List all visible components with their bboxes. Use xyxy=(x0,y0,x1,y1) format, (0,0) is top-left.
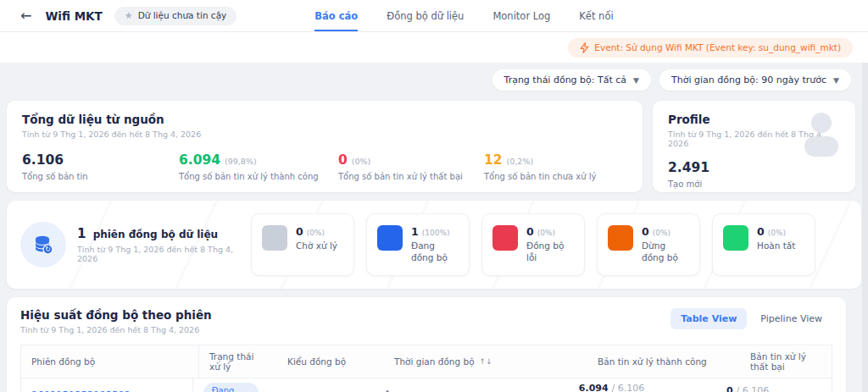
row-success-cell: 6.094 / 6.106 99,8% xyxy=(569,377,716,392)
status-card-cho-xu-ly: 0(0%) Chờ xử lý xyxy=(251,213,354,275)
tab-monitor-log[interactable]: Monitor Log xyxy=(492,0,550,31)
stat-label: Tổng số bản tin xử lý thất bại xyxy=(338,172,484,181)
source-stats: 6.106 Tổng số bản tin 6.094(99,8%) Tổng … xyxy=(22,152,627,181)
stat-percent: (0,2%) xyxy=(507,157,534,166)
source-data-card: Tổng dữ liệu từ nguồn Tính từ 9 Thg 1, 2… xyxy=(7,101,643,192)
stat-percent: (99,8%) xyxy=(225,157,257,166)
status-label: Hoàn tất xyxy=(757,240,795,252)
status-percent: (0%) xyxy=(768,229,786,237)
back-arrow-icon[interactable]: ← xyxy=(20,8,31,24)
sync-status-filter[interactable]: Trạng thái đồng bộ: Tất cả ▼ xyxy=(492,69,651,91)
svg-text:↻: ↻ xyxy=(45,245,51,253)
col-session-id: Phiên đồng bộ xyxy=(21,345,199,378)
status-percent: (0%) xyxy=(307,229,325,237)
status-label: Đồng bộ lỗi xyxy=(526,240,574,263)
source-card-daterange: Tính từ 9 Thg 1, 2026 đến hết 8 Thg 4, 2… xyxy=(22,130,627,139)
stat-value: 0 xyxy=(338,152,348,168)
filter-row: Trạng thái đồng bộ: Tất cả ▼ Thời gian đ… xyxy=(0,69,868,91)
sort-icon[interactable]: ↑↓ xyxy=(480,357,492,366)
main-content: Trạng thái đồng bộ: Tất cả ▼ Thời gian đ… xyxy=(0,63,868,392)
table-row: 2602151353183582 Đang đồng bộ Streaming … xyxy=(21,378,832,392)
status-card-dung-dong-bo: 0(0%) Dừng đồng bộ xyxy=(597,213,700,275)
sync-time-filter[interactable]: Thời gian đồng bộ: 90 ngày trước ▼ xyxy=(659,69,851,91)
session-count: 1 xyxy=(77,226,86,241)
status-color-swatch xyxy=(723,225,748,251)
status-percent: (100%) xyxy=(422,229,450,237)
status-card-dang-dong-bo: 1(100%) Đang đồng bộ xyxy=(366,213,470,275)
table-header-row: Phiên đồng bộ Trạng thái xử lý Kiểu đồng… xyxy=(21,345,832,378)
col-sync-type: Kiểu đồng bộ xyxy=(277,351,384,373)
status-color-swatch xyxy=(262,225,287,251)
status-value: 0 xyxy=(526,225,534,238)
performance-daterange: Tính từ 9 Thg 1, 2026 đến hết 8 Thg 4, 2… xyxy=(20,325,212,334)
status-color-swatch xyxy=(608,225,633,251)
col-sync-time-label: Thời gian đồng bộ xyxy=(394,356,475,367)
chevron-down-icon: ▼ xyxy=(633,76,639,85)
avatar xyxy=(803,113,840,157)
stat-value: 6.094 xyxy=(179,152,220,168)
failed-count: 0 xyxy=(726,385,733,392)
status-color-swatch xyxy=(492,225,518,251)
trust-badge: ★ Dữ liệu chưa tin cậy xyxy=(114,7,237,25)
sessions-table: Phiên đồng bộ Trạng thái xử lý Kiểu đồng… xyxy=(20,345,832,392)
status-color-swatch xyxy=(377,225,403,251)
performance-panel: Hiệu suất đồng bộ theo phiên Tính từ 9 T… xyxy=(7,297,846,392)
sync-sessions-info: ↻ 1 phiên đồng bộ dữ liệu Tính từ 9 Thg … xyxy=(20,222,251,268)
trust-badge-label: Dữ liệu chưa tin cậy xyxy=(138,10,227,20)
tab-bao-cao[interactable]: Báo cáo xyxy=(314,0,358,31)
success-total: / 6.106 xyxy=(611,383,644,392)
source-card-title: Tổng dữ liệu từ nguồn xyxy=(22,113,627,126)
status-card-hoan-tat: 0(0%) Hoàn tất xyxy=(712,213,815,275)
status-percent: (0%) xyxy=(537,229,555,237)
row-failed-cell: 0 / 6.106 xyxy=(716,379,832,392)
pipeline-view-button[interactable]: Pipeline View xyxy=(750,308,832,329)
success-count: 6.094 xyxy=(579,383,609,392)
profile-created-value: 2.491 xyxy=(668,160,840,175)
scrollbar[interactable] xyxy=(862,63,868,392)
profile-card: Profile Tính từ 9 Thg 1, 2026 đến hết 8 … xyxy=(653,101,855,192)
stat-unprocessed-messages: 12(0,2%) Tổng số bản tin chưa xử lý xyxy=(484,152,627,181)
stat-total-messages: 6.106 Tổng số bản tin xyxy=(22,152,179,181)
event-badge: Event: Sử dụng Wifi MKT (Event key: su_d… xyxy=(568,38,853,58)
event-badge-label: Event: Sử dụng Wifi MKT (Event key: su_d… xyxy=(594,42,841,52)
status-value: 1 xyxy=(411,225,419,238)
status-label: Chờ xử lý xyxy=(296,240,337,252)
top-bar: ← Wifi MKT ★ Dữ liệu chưa tin cậy Báo cá… xyxy=(0,0,868,32)
lightning-icon xyxy=(580,42,589,53)
session-status-cards: 0(0%) Chờ xử lý 1(100%) Đang đồng bộ 0(0… xyxy=(251,213,815,275)
failed-total: / 6.106 xyxy=(737,385,770,392)
tab-ket-noi[interactable]: Kết nối xyxy=(579,0,613,31)
session-count-line: 1 phiên đồng bộ dữ liệu xyxy=(77,226,238,241)
nav-tabs: Báo cáo Đồng bộ dữ liệu Monitor Log Kết … xyxy=(314,0,613,31)
status-value: 0 xyxy=(757,225,765,238)
stat-label: Tổng số bản tin xyxy=(22,172,179,181)
col-process-status: Trạng thái xử lý xyxy=(199,345,277,378)
row-status-badge: Đang đồng bộ xyxy=(203,383,259,392)
status-label: Dừng đồng bộ xyxy=(642,240,689,263)
tab-dong-bo-du-lieu[interactable]: Đồng bộ dữ liệu xyxy=(387,0,464,31)
view-toggle: Table View Pipeline View xyxy=(670,308,832,329)
session-daterange: Tính từ 9 Thg 1, 2026 đến hết 8 Thg 4, 2… xyxy=(77,245,238,263)
sync-time-filter-label: Thời gian đồng bộ: 90 ngày trước xyxy=(671,75,826,86)
stat-failed-messages: 0(0%) Tổng số bản tin xử lý thất bại xyxy=(338,152,484,181)
status-card-dong-bo-loi: 0(0%) Đồng bộ lỗi xyxy=(481,213,585,275)
database-sync-icon: ↻ xyxy=(20,222,66,268)
session-count-label: phiên đồng bộ dữ liệu xyxy=(93,229,218,240)
status-value: 0 xyxy=(296,225,303,238)
star-icon: ★ xyxy=(125,10,133,21)
stat-value: 6.106 xyxy=(22,152,64,168)
sync-status-filter-label: Trạng thái đồng bộ: Tất cả xyxy=(504,75,627,86)
col-success: Bản tin xử lý thành công xyxy=(587,351,740,373)
table-view-button[interactable]: Table View xyxy=(670,308,747,329)
stat-success-messages: 6.094(99,8%) Tổng số bản tin xử lý thành… xyxy=(179,152,338,181)
page-title: Wifi MKT xyxy=(45,9,102,23)
status-percent: (0%) xyxy=(653,229,670,237)
profile-created-label: Tạo mới xyxy=(668,179,840,189)
status-value: 0 xyxy=(642,225,649,238)
performance-title: Hiệu suất đồng bộ theo phiên xyxy=(20,308,212,322)
stat-percent: (0%) xyxy=(352,157,370,166)
stat-label: Tổng số bản tin xử lý thành công xyxy=(179,172,338,181)
stat-value: 12 xyxy=(484,152,503,168)
status-label: Đang đồng bộ xyxy=(411,240,459,263)
chevron-down-icon: ▼ xyxy=(833,76,839,85)
